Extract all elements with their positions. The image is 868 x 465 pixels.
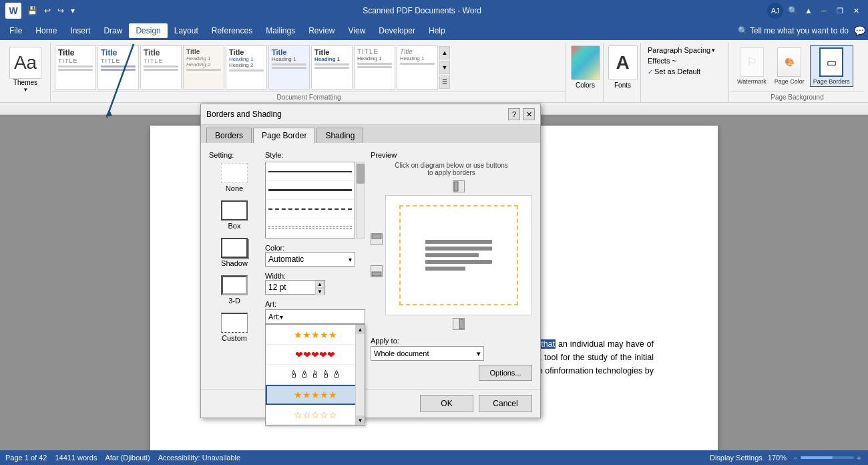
art-item-4[interactable]: ★★★★★: [266, 385, 365, 405]
display-settings[interactable]: Display Settings: [710, 454, 763, 462]
preview-right-btn[interactable]: [453, 318, 465, 330]
tab-shading[interactable]: Shading: [316, 128, 363, 143]
art-scroll-down[interactable]: ▼: [356, 416, 365, 425]
set-as-default-item[interactable]: ✓ Set as Default: [646, 67, 702, 76]
setting-custom[interactable]: Custom: [209, 311, 260, 343]
art-item-2[interactable]: ❤❤❤❤❤: [266, 345, 365, 365]
preview-top-btn[interactable]: [371, 233, 383, 245]
style-thumb-5[interactable]: Title Heading 1 Heading 2: [226, 45, 267, 90]
menu-file[interactable]: File: [3, 23, 29, 38]
watermark-btn[interactable]: ⚐ Watermark: [734, 46, 769, 86]
page-borders-btn[interactable]: ▭ Page Borders: [810, 45, 853, 87]
art-select[interactable]: Art: ▾: [265, 309, 365, 324]
colors-button[interactable]: [571, 45, 600, 80]
tab-borders[interactable]: Borders: [206, 128, 252, 143]
style-thumb-4[interactable]: Title Heading 1 Heading 2: [183, 45, 224, 90]
style-thumb-9[interactable]: Title Heading 1: [397, 45, 438, 90]
undo-qa-btn[interactable]: ↩: [42, 5, 53, 17]
style-thumb-7[interactable]: Title Heading 1: [311, 45, 353, 90]
tab-page-border[interactable]: Page Border: [253, 128, 315, 144]
restore-btn[interactable]: ❐: [833, 4, 847, 17]
style-thumb-1[interactable]: Title TITLE: [55, 45, 96, 90]
comments-btn[interactable]: 💬: [854, 25, 865, 36]
borders-shading-dialog[interactable]: Borders and Shading ? ✕ Borders Page Bor…: [200, 104, 541, 418]
cancel-button[interactable]: Cancel: [479, 395, 532, 412]
style-thumb-6[interactable]: Title Heading 1: [268, 45, 310, 90]
apply-select[interactable]: Whole document ▾: [371, 346, 484, 361]
menu-mailings[interactable]: Mailings: [259, 23, 302, 38]
effects-item[interactable]: Effects ~: [646, 56, 678, 65]
thumb4-h2: Heading 2: [186, 61, 221, 67]
menu-help[interactable]: Help: [422, 23, 452, 38]
zoom-slider[interactable]: [801, 456, 854, 459]
menu-home[interactable]: Home: [29, 23, 63, 38]
ok-button[interactable]: OK: [420, 395, 473, 412]
art-item-1[interactable]: ★★★★★: [266, 325, 365, 345]
themes-button[interactable]: Aa Themes ▾: [8, 45, 43, 94]
preview-bottom-icon: [371, 266, 382, 277]
style-line-4[interactable]: [266, 218, 355, 237]
style-line-1[interactable]: [266, 162, 355, 181]
menu-view[interactable]: View: [342, 23, 373, 38]
art-scrollbar[interactable]: ▲ ▼: [355, 325, 365, 425]
thumb2-lines: [101, 65, 136, 71]
setting-box[interactable]: Box: [209, 199, 260, 231]
preview-left-btn[interactable]: [453, 180, 465, 192]
close-btn[interactable]: ✕: [849, 4, 863, 17]
art-scroll-up[interactable]: ▲: [356, 325, 365, 334]
style-thumb-2[interactable]: Title TITLE: [97, 45, 139, 90]
dialog-help-btn[interactable]: ?: [508, 108, 520, 120]
title-bar-left: W 💾 ↩ ↪ ▾: [5, 3, 77, 19]
menu-developer[interactable]: Developer: [372, 23, 422, 38]
apply-select-row: Whole document ▾: [371, 346, 532, 361]
gallery-scroll-more[interactable]: ☰: [439, 75, 450, 89]
menu-design[interactable]: Design: [129, 23, 167, 38]
user-avatar[interactable]: AJ: [767, 3, 783, 19]
preview-bottom-btn[interactable]: [371, 265, 383, 277]
menu-layout[interactable]: Layout: [168, 23, 205, 38]
options-button[interactable]: Options...: [479, 365, 532, 381]
tell-me-input[interactable]: 🔍 Tell me what you want to do: [738, 26, 849, 35]
width-up-btn[interactable]: ▲: [315, 281, 324, 288]
style-line-3[interactable]: [266, 200, 355, 218]
style-thumb-8[interactable]: TITLE Heading 1: [354, 45, 395, 90]
width-input[interactable]: 12 pt ▲ ▼: [265, 280, 325, 295]
zoom-decrease-btn[interactable]: －: [792, 453, 799, 463]
setting-shadow[interactable]: Shadow: [209, 237, 260, 269]
color-select[interactable]: Automatic ▾: [265, 252, 355, 267]
thumb6-h1: Heading 1: [272, 56, 306, 62]
style-line-2[interactable]: [266, 181, 355, 200]
art-item-5[interactable]: ☆☆☆☆☆: [266, 405, 365, 425]
fonts-button[interactable]: A: [608, 45, 638, 80]
zoom-control[interactable]: － ＋: [792, 453, 863, 463]
page-color-btn[interactable]: 🎨 Page Color: [772, 46, 807, 86]
style-scrollbar[interactable]: [356, 162, 365, 239]
dialog-close-btn[interactable]: ✕: [523, 108, 535, 120]
zoom-increase-btn[interactable]: ＋: [855, 453, 863, 463]
svg-rect-4: [454, 182, 458, 191]
setting-3d[interactable]: 3-D: [209, 274, 260, 306]
qa-more-btn[interactable]: ▾: [69, 5, 77, 17]
ribbon-collapse-btn[interactable]: ▲: [803, 5, 815, 17]
setting-none[interactable]: None: [209, 162, 260, 194]
preview-column: Preview Click on diagram below or use bu…: [371, 151, 532, 381]
art-item-3[interactable]: 🕯🕯🕯🕯🕯: [266, 365, 365, 385]
minimize-btn[interactable]: ─: [817, 4, 831, 17]
paragraph-spacing-item[interactable]: Paragraph Spacing ▾: [646, 45, 716, 55]
width-down-btn[interactable]: ▼: [315, 288, 324, 295]
gallery-scroll-down[interactable]: ▼: [439, 61, 450, 74]
menu-insert[interactable]: Insert: [63, 23, 97, 38]
menu-references[interactable]: References: [205, 23, 259, 38]
save-qa-btn[interactable]: 💾: [25, 5, 39, 17]
menu-draw[interactable]: Draw: [97, 23, 129, 38]
search-bar-btn[interactable]: 🔍: [786, 5, 800, 17]
accessibility-status[interactable]: Accessibility: Unavailable: [158, 454, 241, 462]
setting-none-icon: [221, 163, 248, 183]
style-list[interactable]: [265, 162, 355, 239]
preview-border: [399, 205, 518, 305]
art-dropdown[interactable]: ★★★★★ ❤❤❤❤❤ 🕯🕯🕯🕯🕯 ★★★★★: [265, 324, 365, 426]
gallery-scroll-up[interactable]: ▲: [439, 46, 450, 59]
redo-qa-btn[interactable]: ↪: [55, 5, 66, 17]
menu-review[interactable]: Review: [302, 23, 341, 38]
style-thumb-3[interactable]: Title TITLE: [140, 45, 182, 90]
